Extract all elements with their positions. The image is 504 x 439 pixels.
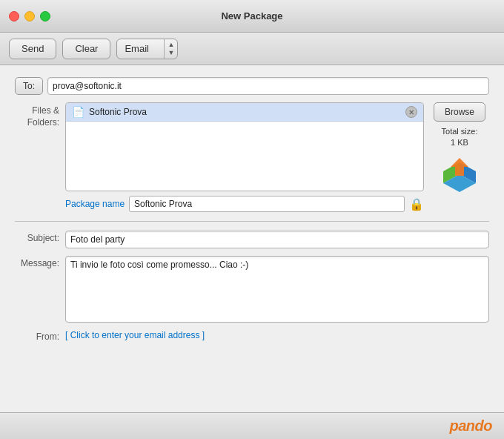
arrow-down-icon: ▼ <box>168 49 174 56</box>
bottom-bar: pando <box>0 412 504 439</box>
pando-logo-icon <box>439 155 480 197</box>
window-title: New Package <box>221 10 282 22</box>
files-sidebar: Browse Total size: 1 KB <box>430 102 489 212</box>
package-name-row: Package name 🔒 <box>65 196 424 212</box>
files-row: Files & Folders: 📄 Softonic Prova ✕ Pack… <box>15 102 489 212</box>
from-link[interactable]: [ Click to enter your email address ] <box>65 330 205 340</box>
title-bar: New Package <box>0 0 504 33</box>
package-name-label[interactable]: Package name <box>65 199 125 209</box>
send-button[interactable]: Send <box>9 39 56 59</box>
file-name: Softonic Prova <box>89 107 401 117</box>
package-name-input[interactable] <box>129 196 405 212</box>
file-item: 📄 Softonic Prova ✕ <box>66 103 423 122</box>
files-list-wrapper: 📄 Softonic Prova ✕ Package name 🔒 <box>65 102 424 212</box>
file-icon: 📄 <box>72 106 84 118</box>
subject-row: Subject: <box>15 231 489 248</box>
traffic-lights <box>9 11 50 22</box>
browse-button[interactable]: Browse <box>434 102 485 122</box>
files-section: 📄 Softonic Prova ✕ Package name 🔒 Browse… <box>65 102 489 212</box>
maximize-button[interactable] <box>40 11 50 22</box>
select-arrow-icon: ▲ ▼ <box>164 39 177 59</box>
minimize-button[interactable] <box>24 11 35 22</box>
pando-brand: pando <box>450 417 493 435</box>
file-remove-button[interactable]: ✕ <box>405 106 417 118</box>
toolbar: Send Clear Email AIM SMS ▲ ▼ <box>0 33 504 65</box>
to-row: To: <box>15 77 489 95</box>
subject-input[interactable] <box>65 231 489 248</box>
message-input[interactable]: Ti invio le foto così come promesso... C… <box>65 256 489 323</box>
email-select-wrapper[interactable]: Email AIM SMS ▲ ▼ <box>116 39 178 59</box>
close-button[interactable] <box>9 11 19 22</box>
to-input[interactable] <box>47 77 489 95</box>
to-button[interactable]: To: <box>15 77 43 95</box>
from-label: From: <box>15 330 65 342</box>
total-size-label: Total size: 1 KB <box>442 126 478 149</box>
from-row: From: [ Click to enter your email addres… <box>15 330 489 342</box>
main-content: To: Files & Folders: 📄 Softonic Prova ✕ … <box>0 65 504 412</box>
email-select[interactable]: Email AIM SMS <box>117 39 164 59</box>
lock-icon[interactable]: 🔒 <box>409 197 424 211</box>
files-label: Files & Folders: <box>15 102 65 128</box>
message-label: Message: <box>15 256 65 268</box>
clear-button[interactable]: Clear <box>62 39 110 59</box>
subject-label: Subject: <box>15 231 65 243</box>
divider-1 <box>15 221 489 222</box>
files-list: 📄 Softonic Prova ✕ <box>65 102 424 191</box>
message-row: Message: Ti invio le foto così come prom… <box>15 256 489 323</box>
arrow-up-icon: ▲ <box>168 41 174 48</box>
